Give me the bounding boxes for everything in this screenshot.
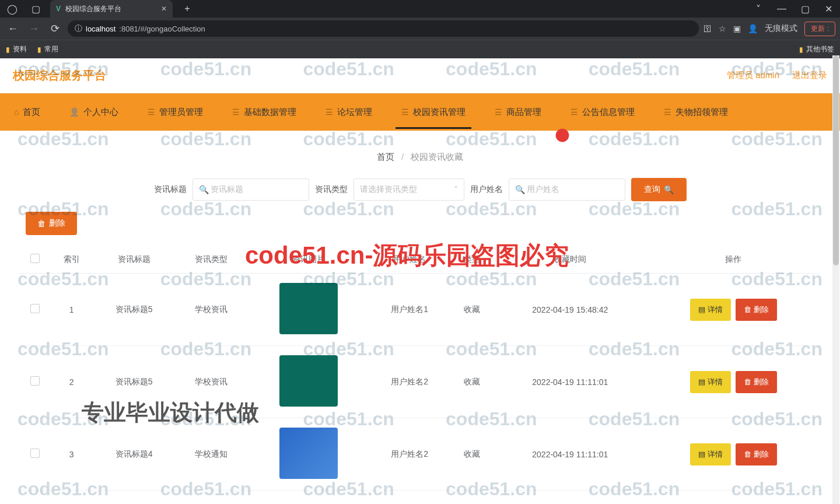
url-input[interactable]: ⓘ localhost:8081/#/gongaoCollection — [68, 20, 699, 37]
cell-image — [248, 274, 369, 346]
cell-user: 用户姓名2 — [369, 346, 450, 418]
detail-button[interactable]: ▤详情 — [690, 299, 731, 321]
nav-forum[interactable]: ☰论坛管理 — [320, 96, 378, 128]
search-icon: 🔍 — [199, 185, 209, 194]
trash-icon: 🗑 — [37, 219, 46, 228]
blank-tab-icon[interactable]: ▢ — [27, 0, 44, 18]
row-checkbox[interactable] — [30, 449, 40, 458]
forum-icon: ☰ — [326, 107, 333, 117]
reload-icon[interactable]: ⟳ — [47, 22, 63, 35]
forward-icon[interactable]: → — [26, 23, 42, 35]
folder-icon: ▮ — [799, 46, 803, 54]
detail-button[interactable]: ▤详情 — [690, 443, 731, 466]
info-icon: ⓘ — [75, 23, 82, 34]
maximize-icon[interactable]: ▢ — [793, 0, 817, 18]
doc-icon: ▤ — [698, 305, 705, 314]
page-header: 校园综合服务平台 管理员 admin 退出登录 — [0, 58, 840, 93]
cell-cat: 收藏 — [450, 418, 494, 491]
cell-image — [248, 418, 369, 491]
new-tab-button[interactable]: + — [178, 4, 196, 14]
user-icon: 👤 — [69, 107, 79, 117]
scrollbar-vertical[interactable] — [832, 55, 839, 504]
search-icon: 🔍 — [515, 185, 525, 194]
select-type[interactable]: 请选择资讯类型˅ — [354, 178, 464, 201]
news-icon: ☰ — [401, 107, 409, 117]
label-type: 资讯类型 — [315, 184, 348, 195]
input-user[interactable]: 🔍 用户姓名 — [509, 178, 625, 201]
other-bookmarks[interactable]: ▮其他书签 — [799, 44, 834, 54]
doc-icon: ▤ — [698, 377, 705, 386]
col-cat: 类型 — [450, 246, 494, 274]
delete-button[interactable]: 🗑删除 — [736, 299, 777, 321]
tab-title: 校园综合服务平台 — [65, 4, 121, 14]
table-header-row: 索引 资讯标题 资讯类型 资讯图片 用户姓名 类型 收藏时间 操作 — [20, 246, 820, 274]
nav-announce[interactable]: ☰公告信息管理 — [565, 96, 640, 128]
delete-button[interactable]: 🗑删除 — [736, 443, 777, 466]
input-title[interactable]: 🔍 资讯标题 — [192, 178, 309, 201]
folder-icon: ▮ — [6, 46, 10, 54]
col-index: 索引 — [50, 246, 93, 274]
logout-link[interactable]: 退出登录 — [792, 70, 827, 81]
nav-profile[interactable]: 👤个人中心 — [64, 96, 124, 128]
breadcrumb-current: 校园资讯收藏 — [411, 152, 463, 162]
cell-user: 用户姓名2 — [369, 418, 450, 491]
nav-goods[interactable]: ☰商品管理 — [489, 96, 547, 128]
query-button[interactable]: 查询🔍 — [631, 178, 687, 201]
browser-tab[interactable]: V 校园综合服务平台 ✕ — [50, 0, 173, 18]
label-user: 用户姓名 — [470, 184, 503, 195]
thumbnail — [279, 283, 338, 334]
page-title: 校园综合服务平台 — [13, 68, 106, 83]
trash-icon: 🗑 — [744, 305, 751, 314]
content-panel: 首页 / 校园资讯收藏 资讯标题 🔍 资讯标题 资讯类型 请选择资讯类型˅ 用户… — [8, 141, 832, 502]
back-icon[interactable]: ← — [5, 23, 21, 35]
search-icon: 🔍 — [664, 185, 674, 194]
bell-icon: ☰ — [570, 107, 578, 117]
row-checkbox[interactable] — [30, 304, 40, 313]
nav-news[interactable]: ☰校园资讯管理 — [396, 96, 471, 128]
bookmark-item[interactable]: ▮常用 — [37, 44, 58, 54]
star-icon[interactable]: ☆ — [719, 24, 726, 33]
checkbox-all[interactable] — [30, 254, 40, 263]
delete-button[interactable]: 🗑删除 — [736, 371, 777, 393]
close-window-icon[interactable]: ✕ — [817, 0, 840, 18]
nav-lost[interactable]: ☰失物招领管理 — [658, 96, 734, 128]
gear-icon: ☰ — [148, 107, 155, 117]
col-user: 用户姓名 — [369, 246, 450, 274]
cell-cat: 收藏 — [450, 274, 494, 346]
search-row: 资讯标题 🔍 资讯标题 资讯类型 请选择资讯类型˅ 用户姓名 🔍 用户姓名 查询… — [8, 172, 832, 212]
nav-base[interactable]: ☰基础数据管理 — [226, 96, 302, 128]
table-row: 3 资讯标题4 学校通知 用户姓名2 收藏 2022-04-19 11:11:0… — [20, 418, 820, 491]
breadcrumb-home[interactable]: 首页 — [377, 152, 394, 162]
detail-button[interactable]: ▤详情 — [690, 371, 731, 393]
col-time: 收藏时间 — [494, 246, 646, 274]
update-button[interactable]: 更新 : — [804, 22, 835, 36]
cell-title: 资讯标题4 — [93, 418, 175, 491]
extensions-icon[interactable]: ▣ — [733, 24, 741, 33]
admin-link[interactable]: 管理员 admin — [727, 70, 779, 81]
chevron-down-icon[interactable]: ˅ — [747, 0, 770, 18]
vue-icon: V — [56, 5, 61, 13]
row-checkbox[interactable] — [30, 376, 40, 386]
breadcrumb: 首页 / 校园资讯收藏 — [8, 147, 832, 172]
minimize-icon[interactable]: — — [770, 0, 793, 18]
trash-icon: 🗑 — [744, 450, 751, 459]
scrollbar-thumb[interactable] — [833, 55, 839, 265]
close-icon[interactable]: ✕ — [161, 5, 167, 13]
batch-delete-button[interactable]: 🗑删除 — [26, 212, 77, 235]
app-icon: ◯ — [4, 0, 21, 18]
cell-index: 2 — [50, 346, 93, 418]
cart-icon: ☰ — [495, 107, 502, 117]
col-type: 资讯类型 — [175, 246, 249, 274]
incognito-icon: 👤 — [748, 24, 758, 33]
home-icon: ⌂ — [14, 107, 19, 117]
cell-time: 2022-04-19 11:11:01 — [494, 418, 646, 491]
cell-cat: 收藏 — [450, 346, 494, 418]
key-icon[interactable]: ⚿ — [704, 24, 712, 33]
window-titlebar: ◯ ▢ V 校园综合服务平台 ✕ + ˅ — ▢ ✕ — [0, 0, 840, 18]
cell-type: 学校资讯 — [175, 346, 249, 418]
doc-icon: ▤ — [698, 450, 705, 459]
nav-home[interactable]: ⌂首页 — [8, 96, 46, 128]
chevron-down-icon: ˅ — [454, 185, 458, 194]
bookmark-item[interactable]: ▮资料 — [6, 44, 27, 54]
nav-admin[interactable]: ☰管理员管理 — [142, 96, 209, 128]
